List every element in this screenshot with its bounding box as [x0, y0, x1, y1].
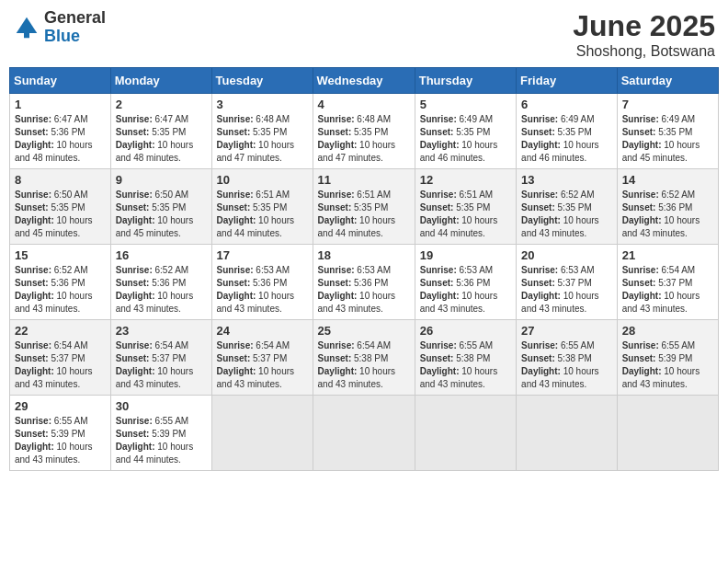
- sunset-label: Sunset: 5:38 PM: [420, 353, 491, 363]
- svg-marker-0: [17, 17, 38, 33]
- sunset-label: Sunset: 5:36 PM: [15, 278, 85, 288]
- sunrise-label: Sunrise: 6:49 AM: [622, 114, 695, 124]
- table-row: 7Sunrise: 6:49 AMSunset: 5:35 PMDaylight…: [617, 94, 718, 169]
- day-number: 17: [217, 248, 308, 262]
- day-number: 18: [318, 248, 410, 262]
- sunrise-label: Sunrise: 6:53 AM: [420, 265, 493, 275]
- sunrise-label: Sunrise: 6:51 AM: [217, 190, 290, 200]
- sunrise-label: Sunrise: 6:47 AM: [116, 114, 188, 124]
- calendar: Sunday Monday Tuesday Wednesday Thursday…: [9, 67, 719, 471]
- day-number: 25: [318, 324, 410, 338]
- day-info: Sunrise: 6:54 AMSunset: 5:38 PMDaylight:…: [318, 339, 410, 391]
- sunset-label: Sunset: 5:35 PM: [521, 202, 592, 213]
- day-info: Sunrise: 6:51 AMSunset: 5:35 PMDaylight:…: [318, 189, 410, 240]
- day-info: Sunrise: 6:48 AMSunset: 5:35 PMDaylight:…: [217, 113, 308, 165]
- day-info: Sunrise: 6:54 AMSunset: 5:37 PMDaylight:…: [622, 264, 713, 316]
- sunrise-label: Sunrise: 6:55 AM: [116, 416, 188, 426]
- sunset-label: Sunset: 5:35 PM: [318, 202, 389, 213]
- day-info: Sunrise: 6:53 AMSunset: 5:36 PMDaylight:…: [318, 264, 410, 316]
- sunrise-label: Sunrise: 6:53 AM: [521, 265, 594, 275]
- sunset-label: Sunset: 5:37 PM: [622, 278, 693, 288]
- sunset-label: Sunset: 5:35 PM: [217, 127, 288, 137]
- day-number: 9: [116, 173, 207, 187]
- daylight-label: Daylight: 10 hours and 43 minutes.: [420, 291, 497, 314]
- day-number: 22: [15, 324, 106, 338]
- table-row: 2Sunrise: 6:47 AMSunset: 5:35 PMDaylight…: [110, 94, 211, 169]
- daylight-label: Daylight: 10 hours and 43 minutes.: [15, 442, 92, 465]
- day-number: 12: [420, 173, 511, 187]
- table-row: 24Sunrise: 6:54 AMSunset: 5:37 PMDayligh…: [211, 320, 313, 396]
- sunset-label: Sunset: 5:37 PM: [521, 278, 592, 288]
- day-info: Sunrise: 6:47 AMSunset: 5:36 PMDaylight:…: [15, 113, 106, 165]
- weekday-header-row: Sunday Monday Tuesday Wednesday Thursday…: [10, 68, 719, 94]
- sunrise-label: Sunrise: 6:54 AM: [622, 265, 695, 275]
- sunset-label: Sunset: 5:36 PM: [116, 278, 187, 288]
- sunrise-label: Sunrise: 6:50 AM: [116, 190, 188, 200]
- table-row: 23Sunrise: 6:54 AMSunset: 5:37 PMDayligh…: [110, 320, 211, 396]
- daylight-label: Daylight: 10 hours and 43 minutes.: [217, 291, 294, 314]
- table-row: 16Sunrise: 6:52 AMSunset: 5:36 PMDayligh…: [110, 245, 211, 320]
- sunrise-label: Sunrise: 6:52 AM: [15, 265, 87, 275]
- day-info: Sunrise: 6:49 AMSunset: 5:35 PMDaylight:…: [622, 113, 713, 165]
- day-info: Sunrise: 6:53 AMSunset: 5:36 PMDaylight:…: [217, 264, 308, 316]
- sunset-label: Sunset: 5:35 PM: [116, 127, 187, 137]
- table-row: 3Sunrise: 6:48 AMSunset: 5:35 PMDaylight…: [211, 94, 313, 169]
- table-row: 15Sunrise: 6:52 AMSunset: 5:36 PMDayligh…: [10, 245, 111, 320]
- daylight-label: Daylight: 10 hours and 47 minutes.: [217, 140, 294, 163]
- day-info: Sunrise: 6:51 AMSunset: 5:35 PMDaylight:…: [420, 189, 511, 240]
- day-number: 20: [521, 248, 612, 262]
- sunrise-label: Sunrise: 6:48 AM: [217, 114, 290, 124]
- table-row: 27Sunrise: 6:55 AMSunset: 5:38 PMDayligh…: [517, 320, 618, 396]
- sunrise-label: Sunrise: 6:53 AM: [318, 265, 391, 275]
- day-info: Sunrise: 6:55 AMSunset: 5:38 PMDaylight:…: [521, 339, 612, 391]
- day-number: 14: [622, 173, 713, 187]
- table-row: 6Sunrise: 6:49 AMSunset: 5:35 PMDaylight…: [517, 94, 618, 169]
- sunset-label: Sunset: 5:35 PM: [521, 127, 592, 137]
- sunset-label: Sunset: 5:35 PM: [217, 202, 288, 213]
- daylight-label: Daylight: 10 hours and 43 minutes.: [217, 366, 294, 389]
- day-info: Sunrise: 6:50 AMSunset: 5:35 PMDaylight:…: [15, 189, 106, 240]
- day-info: Sunrise: 6:55 AMSunset: 5:38 PMDaylight:…: [420, 339, 511, 391]
- sunset-label: Sunset: 5:35 PM: [318, 127, 389, 137]
- daylight-label: Daylight: 10 hours and 48 minutes.: [116, 140, 193, 163]
- day-number: 21: [622, 248, 713, 262]
- table-row: [517, 396, 618, 471]
- logo: General Blue: [13, 9, 106, 46]
- table-row: 20Sunrise: 6:53 AMSunset: 5:37 PMDayligh…: [517, 245, 618, 320]
- day-info: Sunrise: 6:51 AMSunset: 5:35 PMDaylight:…: [217, 189, 308, 240]
- daylight-label: Daylight: 10 hours and 43 minutes.: [521, 215, 598, 238]
- table-row: 21Sunrise: 6:54 AMSunset: 5:37 PMDayligh…: [617, 245, 718, 320]
- daylight-label: Daylight: 10 hours and 43 minutes.: [318, 291, 395, 314]
- daylight-label: Daylight: 10 hours and 43 minutes.: [622, 366, 700, 389]
- day-info: Sunrise: 6:54 AMSunset: 5:37 PMDaylight:…: [116, 339, 207, 391]
- logo-icon: [13, 14, 40, 41]
- month-title: June 2025: [573, 9, 715, 43]
- table-row: 30Sunrise: 6:55 AMSunset: 5:39 PMDayligh…: [110, 396, 211, 471]
- table-row: 17Sunrise: 6:53 AMSunset: 5:36 PMDayligh…: [211, 245, 313, 320]
- sunset-label: Sunset: 5:36 PM: [420, 278, 491, 288]
- table-row: 28Sunrise: 6:55 AMSunset: 5:39 PMDayligh…: [617, 320, 718, 396]
- daylight-label: Daylight: 10 hours and 46 minutes.: [420, 140, 497, 163]
- daylight-label: Daylight: 10 hours and 43 minutes.: [420, 366, 497, 389]
- daylight-label: Daylight: 10 hours and 43 minutes.: [622, 291, 700, 314]
- sunset-label: Sunset: 5:35 PM: [420, 202, 491, 213]
- sunset-label: Sunset: 5:36 PM: [622, 202, 693, 213]
- sunrise-label: Sunrise: 6:47 AM: [15, 114, 87, 124]
- day-number: 6: [521, 98, 612, 111]
- sunrise-label: Sunrise: 6:52 AM: [521, 190, 594, 200]
- header-wednesday: Wednesday: [313, 68, 415, 94]
- header-tuesday: Tuesday: [211, 68, 313, 94]
- day-number: 1: [15, 98, 106, 111]
- day-number: 5: [420, 98, 511, 111]
- calendar-week-row: 8Sunrise: 6:50 AMSunset: 5:35 PMDaylight…: [10, 169, 719, 245]
- table-row: 5Sunrise: 6:49 AMSunset: 5:35 PMDaylight…: [415, 94, 516, 169]
- day-number: 29: [15, 399, 106, 413]
- table-row: 22Sunrise: 6:54 AMSunset: 5:37 PMDayligh…: [10, 320, 111, 396]
- table-row: [313, 396, 415, 471]
- day-info: Sunrise: 6:54 AMSunset: 5:37 PMDaylight:…: [217, 339, 308, 391]
- day-number: 30: [116, 399, 207, 413]
- sunrise-label: Sunrise: 6:54 AM: [217, 340, 290, 350]
- table-row: 26Sunrise: 6:55 AMSunset: 5:38 PMDayligh…: [415, 320, 516, 396]
- day-number: 10: [217, 173, 308, 187]
- table-row: 1Sunrise: 6:47 AMSunset: 5:36 PMDaylight…: [10, 94, 111, 169]
